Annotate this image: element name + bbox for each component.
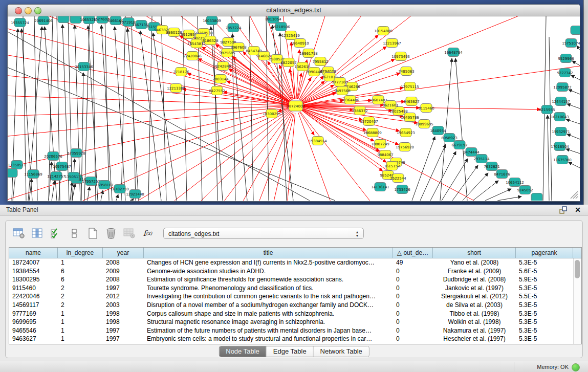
table-cell: 2 xyxy=(58,301,103,310)
column-header-name[interactable]: name xyxy=(9,248,58,258)
table-row[interactable]: 1872400712008Changes of HCN gene express… xyxy=(9,258,574,267)
table-row[interactable]: 946554611997Estimation of the future num… xyxy=(9,326,574,335)
svg-text:19756928: 19756928 xyxy=(396,145,414,149)
table-cell: 0 xyxy=(393,301,433,310)
svg-text:1733426: 1733426 xyxy=(394,188,410,192)
float-panel-icon[interactable] xyxy=(559,206,568,214)
table-panel-title: Table Panel xyxy=(6,205,38,215)
table-row[interactable]: 977716911998Corpus callosum shape and si… xyxy=(9,310,574,318)
tab-node-table[interactable]: Node Table xyxy=(219,346,267,357)
table-selector-value: citations_edges.txt xyxy=(168,230,219,237)
column-header-in_degree[interactable]: in_degree xyxy=(58,248,103,258)
table-cell: 1998 xyxy=(103,318,144,326)
table-cell: 1 xyxy=(58,326,103,335)
status-divider xyxy=(514,362,514,371)
svg-text:20364486: 20364486 xyxy=(341,98,359,102)
table-cell: 49 xyxy=(393,258,433,267)
table-scrollbar[interactable] xyxy=(573,258,581,344)
memory-status-indicator[interactable] xyxy=(572,363,580,371)
minimize-window-button[interactable] xyxy=(25,7,32,14)
svg-text:10154808: 10154808 xyxy=(374,29,393,33)
svg-text:9497568: 9497568 xyxy=(334,89,350,93)
svg-text:16958107: 16958107 xyxy=(95,183,114,187)
table-row[interactable]: 1456911722003Disruption of a novel membe… xyxy=(9,301,574,310)
network-view-window[interactable]: citations_edges.txt 19355724206914061065… xyxy=(7,4,580,202)
column-header-year[interactable]: year xyxy=(103,248,144,258)
table-cell: 1 xyxy=(58,318,103,326)
zoom-window-button[interactable] xyxy=(34,7,41,14)
status-bar: Memory: OK xyxy=(0,361,588,372)
table-panel-titlebar: Table Panel ✕ xyxy=(0,205,588,216)
svg-text:10975487: 10975487 xyxy=(53,165,71,169)
create-column-button[interactable] xyxy=(85,227,99,240)
delete-table-button-disabled[interactable] xyxy=(122,227,136,240)
table-cell: 5.9E-5 xyxy=(516,275,573,284)
svg-text:17016504: 17016504 xyxy=(551,145,569,149)
table-cell: 2008 xyxy=(103,258,144,267)
table-row[interactable]: 969969511998Structural magnetic resonanc… xyxy=(9,318,574,326)
svg-text:16033809: 16033809 xyxy=(203,19,221,23)
show-columns-button[interactable] xyxy=(30,227,44,240)
table-cell: 6 xyxy=(58,267,103,276)
svg-text:17359928: 17359928 xyxy=(67,151,85,156)
table-row[interactable]: 911546021997Tourette syndrome. Phenomeno… xyxy=(9,284,574,293)
svg-text:11350511: 11350511 xyxy=(8,163,26,167)
svg-text:10899695: 10899695 xyxy=(415,122,433,126)
function-builder-button[interactable]: f(x) xyxy=(141,227,155,240)
row-height-button[interactable] xyxy=(67,227,81,240)
table-toolbar: f(x) citations_edges.txt ▲▼ xyxy=(12,226,364,241)
select-columns-button[interactable] xyxy=(49,227,62,240)
svg-text:19218506: 19218506 xyxy=(272,25,290,29)
table-cell: Structural magnetic resonance image aver… xyxy=(144,318,393,326)
table-cell: Yano et al. (2008) xyxy=(433,258,516,267)
svg-text:18640910: 18640910 xyxy=(291,41,309,46)
svg-text:7857224: 7857224 xyxy=(225,26,242,30)
table-row[interactable]: 946362711997Embryonic stem cells: a mode… xyxy=(9,335,574,343)
column-header-short[interactable]: short xyxy=(433,248,516,258)
svg-text:14136141: 14136141 xyxy=(371,185,389,189)
table-row[interactable]: 1830029562008Estimation of significance … xyxy=(9,275,574,284)
svg-text:6679197: 6679197 xyxy=(451,143,467,147)
tab-network-table[interactable]: Network Table xyxy=(314,346,369,357)
svg-text:16495786: 16495786 xyxy=(401,116,419,120)
column-header-title[interactable]: title xyxy=(144,248,393,258)
close-panel-icon[interactable]: ✕ xyxy=(575,205,581,215)
network-window-titlebar[interactable]: citations_edges.txt xyxy=(8,5,580,16)
column-header-out_de[interactable]: △ out_de… xyxy=(393,248,433,258)
svg-text:2803144: 2803144 xyxy=(212,77,229,81)
column-header-pagerank[interactable]: pagerank xyxy=(516,248,573,258)
table-cell: 1 xyxy=(58,258,103,267)
table-mode-button[interactable] xyxy=(12,227,26,240)
table-cell: Estimation of significance thresholds fo… xyxy=(144,275,393,284)
svg-text:10688809: 10688809 xyxy=(363,131,382,135)
svg-text:18807249: 18807249 xyxy=(371,142,389,146)
cytoscape-screen: citations_edges.txt 19355724206914061065… xyxy=(0,0,588,372)
svg-text:20206576: 20206576 xyxy=(44,155,62,159)
svg-text:9115460: 9115460 xyxy=(418,106,434,111)
table-cell: 9777169 xyxy=(9,310,58,318)
svg-text:8958923: 8958923 xyxy=(441,136,457,140)
svg-text:8860128: 8860128 xyxy=(166,31,182,35)
network-canvas[interactable]: 1935572420691406106532871527602164661601… xyxy=(8,16,580,201)
table-cell: Hescheler et al. (1997) xyxy=(433,335,516,343)
svg-text:8427552: 8427552 xyxy=(209,89,225,93)
svg-text:16961758: 16961758 xyxy=(299,52,318,56)
table-cell: 0 xyxy=(393,318,433,326)
close-window-button[interactable] xyxy=(15,7,22,14)
delete-column-button[interactable] xyxy=(104,227,118,240)
svg-text:12095872: 12095872 xyxy=(553,85,572,90)
table-panel: Table Panel ✕ xyxy=(0,205,588,361)
table-cell: Jankovic et al. (1997) xyxy=(433,284,516,293)
svg-text:2935114: 2935114 xyxy=(473,157,490,161)
tab-edge-table[interactable]: Edge Table xyxy=(267,346,314,357)
table-cell: 18300295 xyxy=(9,275,58,284)
svg-text:9474444: 9474444 xyxy=(463,150,480,155)
table-row[interactable]: 1938455462009Genome-wide association stu… xyxy=(9,267,574,276)
resize-grip-icon[interactable] xyxy=(569,189,579,200)
svg-text:1615152: 1615152 xyxy=(384,164,400,168)
network-graph[interactable]: 1935572420691406106532871527602164661601… xyxy=(8,16,580,201)
scrollbar-thumb[interactable] xyxy=(575,260,580,278)
table-selector-dropdown[interactable]: citations_edges.txt ▲▼ xyxy=(163,228,364,239)
svg-text:8813054: 8813054 xyxy=(265,17,281,21)
table-row[interactable]: 2242004622012Investigating the contribut… xyxy=(9,292,574,301)
